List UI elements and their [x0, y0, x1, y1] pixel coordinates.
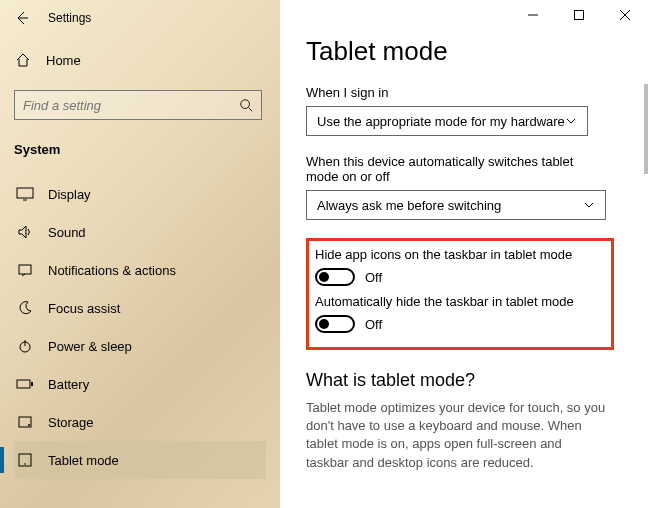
- nav-label: Sound: [48, 225, 86, 240]
- arrow-left-icon: [14, 10, 30, 26]
- moon-icon: [16, 299, 34, 317]
- sidebar-item-sound[interactable]: Sound: [14, 213, 266, 251]
- signin-select[interactable]: Use the appropriate mode for my hardware: [306, 106, 588, 136]
- maximize-icon: [574, 10, 584, 20]
- chevron-down-icon: [583, 199, 595, 211]
- highlight-annotation: Hide app icons on the taskbar in tablet …: [306, 238, 614, 350]
- sidebar-item-tablet-mode[interactable]: Tablet mode: [14, 441, 266, 479]
- scrollbar[interactable]: [644, 84, 648, 174]
- back-button[interactable]: [10, 6, 34, 30]
- svg-rect-9: [31, 382, 33, 386]
- svg-point-13: [24, 463, 26, 465]
- toggle-hide-taskbar: Automatically hide the taskbar in tablet…: [315, 294, 605, 333]
- svg-point-1: [241, 100, 250, 109]
- auto-label: When this device automatically switches …: [306, 154, 606, 184]
- sidebar-item-focus-assist[interactable]: Focus assist: [14, 289, 266, 327]
- svg-rect-8: [17, 380, 30, 388]
- sidebar-item-notifications[interactable]: Notifications & actions: [14, 251, 266, 289]
- nav-label: Notifications & actions: [48, 263, 176, 278]
- svg-point-11: [28, 424, 30, 426]
- toggle-hide-icons-switch[interactable]: [315, 268, 355, 286]
- storage-icon: [16, 413, 34, 431]
- svg-line-2: [249, 108, 253, 112]
- tablet-icon: [16, 451, 34, 469]
- svg-rect-3: [17, 188, 33, 198]
- auto-select[interactable]: Always ask me before switching: [306, 190, 606, 220]
- power-icon: [16, 337, 34, 355]
- nav-label: Display: [48, 187, 91, 202]
- chevron-down-icon: [565, 115, 577, 127]
- sidebar-item-power-sleep[interactable]: Power & sleep: [14, 327, 266, 365]
- minimize-icon: [528, 10, 538, 20]
- home-link[interactable]: Home: [14, 44, 266, 76]
- sidebar-body: Home System Display Sound Notificatio: [0, 36, 280, 479]
- auto-value: Always ask me before switching: [317, 198, 501, 213]
- sound-icon: [16, 223, 34, 241]
- toggle-hide-icons: Hide app icons on the taskbar in tablet …: [315, 247, 605, 286]
- battery-icon: [16, 375, 34, 393]
- window-controls: [508, 0, 648, 30]
- nav-label: Focus assist: [48, 301, 120, 316]
- svg-rect-5: [19, 265, 31, 274]
- content: Tablet mode When I sign in Use the appro…: [280, 0, 648, 472]
- sidebar-item-display[interactable]: Display: [14, 175, 266, 213]
- titlebar-left: Settings: [0, 0, 280, 36]
- sidebar: Settings Home System Display: [0, 0, 280, 508]
- notifications-icon: [16, 261, 34, 279]
- nav-list: Display Sound Notifications & actions Fo…: [14, 175, 266, 479]
- settings-window: Settings Home System Display: [0, 0, 648, 508]
- home-label: Home: [46, 53, 81, 68]
- page-title: Tablet mode: [306, 36, 628, 67]
- what-heading: What is tablet mode?: [306, 370, 628, 391]
- home-icon: [14, 51, 32, 69]
- switch-knob: [319, 272, 329, 282]
- signin-label: When I sign in: [306, 85, 628, 100]
- switch-knob: [319, 319, 329, 329]
- app-title: Settings: [48, 11, 91, 25]
- category-header: System: [14, 142, 266, 157]
- display-icon: [16, 185, 34, 203]
- maximize-button[interactable]: [556, 0, 602, 30]
- nav-label: Tablet mode: [48, 453, 119, 468]
- toggle1-value: Off: [365, 270, 382, 285]
- sidebar-item-battery[interactable]: Battery: [14, 365, 266, 403]
- close-icon: [620, 10, 630, 20]
- sidebar-item-storage[interactable]: Storage: [14, 403, 266, 441]
- nav-label: Storage: [48, 415, 94, 430]
- what-description: Tablet mode optimizes your device for to…: [306, 399, 606, 472]
- toggle2-value: Off: [365, 317, 382, 332]
- signin-value: Use the appropriate mode for my hardware: [317, 114, 565, 129]
- main-pane: Tablet mode When I sign in Use the appro…: [280, 0, 648, 508]
- toggle2-label: Automatically hide the taskbar in tablet…: [315, 294, 605, 309]
- search-field[interactable]: [23, 98, 223, 113]
- search-icon: [239, 98, 253, 112]
- close-button[interactable]: [602, 0, 648, 30]
- search-input[interactable]: [14, 90, 262, 120]
- svg-rect-15: [575, 11, 584, 20]
- minimize-button[interactable]: [510, 0, 556, 30]
- nav-label: Power & sleep: [48, 339, 132, 354]
- toggle1-label: Hide app icons on the taskbar in tablet …: [315, 247, 605, 262]
- toggle-hide-taskbar-switch[interactable]: [315, 315, 355, 333]
- nav-label: Battery: [48, 377, 89, 392]
